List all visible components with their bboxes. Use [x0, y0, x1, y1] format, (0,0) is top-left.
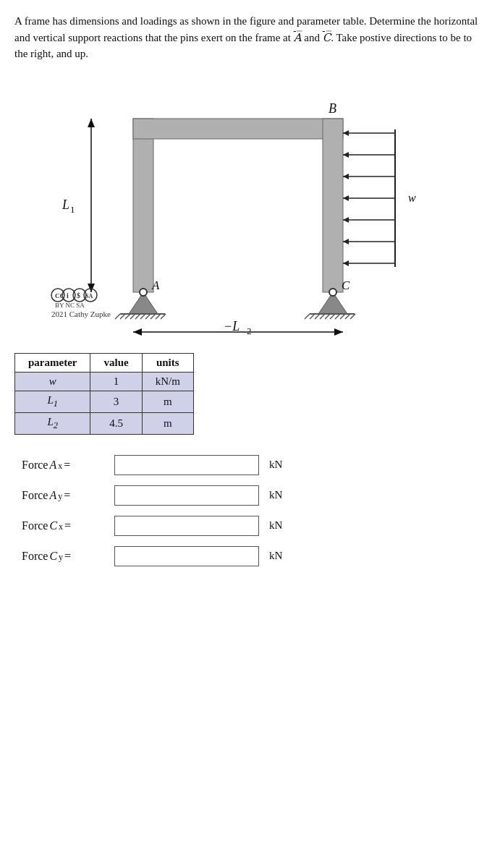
svg-line-25	[340, 314, 345, 319]
svg-line-13	[156, 314, 161, 319]
svg-marker-34	[343, 174, 349, 179]
force-section: Force Ax = kN Force Ay = kN Force Cx = k…	[14, 455, 486, 566]
svg-line-27	[350, 314, 355, 319]
problem-statement: A frame has dimensions and loadings as s…	[14, 13, 486, 62]
force-ax-label: Force Ax =	[22, 459, 109, 472]
point-c-label: C̅	[323, 32, 331, 43]
force-cx-label: Force Cx =	[22, 519, 109, 532]
unit-L1: m	[142, 391, 193, 412]
svg-marker-38	[343, 217, 349, 223]
force-cy-row: Force Cy = kN	[22, 546, 486, 566]
diagram: B w A C L 1 −L 2 CC i $ SA	[48, 75, 453, 343]
license-line: BY NC SA	[55, 302, 85, 309]
svg-line-12	[151, 314, 156, 319]
svg-line-6	[120, 314, 125, 319]
force-cx-unit: kN	[269, 519, 282, 532]
svg-text:SA: SA	[85, 293, 93, 299]
param-L2: L2	[15, 412, 90, 434]
force-cx-input[interactable]	[114, 516, 259, 536]
label-L2-sub: 2	[247, 326, 252, 336]
svg-point-28	[329, 289, 336, 296]
col-header-units: units	[142, 353, 193, 372]
col-header-value: value	[90, 353, 142, 372]
force-cy-input[interactable]	[114, 546, 259, 566]
svg-rect-2	[323, 119, 343, 292]
point-a-label: A̅	[294, 32, 302, 43]
force-ay-label: Force Ay =	[22, 489, 109, 502]
label-w: w	[408, 192, 416, 204]
force-ay-unit: kN	[269, 489, 282, 501]
force-cy-label: Force Cy =	[22, 550, 109, 563]
svg-text:$: $	[77, 292, 80, 299]
force-ax-input[interactable]	[114, 455, 259, 475]
parameter-table: parameter value units w 1 kN/m L1 3 m L2…	[14, 353, 194, 435]
param-w: w	[15, 372, 90, 391]
svg-marker-45	[88, 119, 95, 127]
force-cx-row: Force Cx = kN	[22, 516, 486, 536]
unit-w: kN/m	[142, 372, 193, 391]
svg-rect-0	[133, 119, 153, 292]
force-cy-unit: kN	[269, 550, 282, 562]
svg-line-21	[320, 314, 325, 319]
force-ay-input[interactable]	[114, 485, 259, 506]
label-L1-sub: 1	[70, 204, 75, 215]
label-L1: L	[62, 197, 69, 212]
svg-line-19	[310, 314, 315, 319]
table-row: L1 3 m	[15, 391, 194, 412]
svg-rect-1	[133, 119, 343, 139]
value-L1: 3	[90, 391, 142, 412]
parameter-table-section: parameter value units w 1 kN/m L1 3 m L2…	[14, 353, 486, 435]
table-row: L2 4.5 m	[15, 412, 194, 434]
problem-text-2: and	[302, 32, 323, 43]
svg-marker-42	[343, 260, 349, 266]
value-L2: 4.5	[90, 412, 142, 434]
force-ax-row: Force Ax = kN	[22, 455, 486, 475]
param-L1: L1	[15, 391, 90, 412]
svg-line-26	[345, 314, 350, 319]
svg-marker-36	[343, 195, 349, 201]
svg-line-7	[125, 314, 130, 319]
svg-line-11	[145, 314, 151, 319]
svg-line-14	[161, 314, 166, 319]
label-B: B	[329, 101, 336, 116]
svg-line-8	[130, 314, 135, 319]
svg-text:i: i	[67, 292, 69, 299]
force-ay-row: Force Ay = kN	[22, 485, 486, 506]
unit-L2: m	[142, 412, 193, 434]
label-A: A	[151, 278, 160, 292]
svg-marker-48	[133, 328, 142, 336]
label-L2: −L	[224, 319, 240, 333]
svg-marker-40	[343, 239, 349, 244]
svg-line-10	[140, 314, 145, 319]
svg-line-9	[135, 314, 140, 319]
svg-marker-49	[334, 328, 343, 336]
svg-line-18	[305, 314, 310, 319]
force-ax-unit: kN	[269, 459, 282, 471]
svg-line-5	[115, 314, 120, 319]
diagram-svg: B w A C L 1 −L 2 CC i $ SA	[48, 75, 453, 343]
author-label: 2021 Cathy Zupke	[51, 310, 111, 318]
col-header-parameter: parameter	[15, 353, 90, 372]
label-C: C	[342, 278, 350, 292]
table-row: w 1 kN/m	[15, 372, 194, 391]
svg-point-15	[140, 289, 147, 296]
value-w: 1	[90, 372, 142, 391]
svg-line-23	[330, 314, 335, 319]
svg-line-22	[325, 314, 330, 319]
svg-line-24	[335, 314, 340, 319]
svg-line-20	[315, 314, 320, 319]
svg-marker-30	[343, 130, 349, 136]
svg-marker-32	[343, 152, 349, 158]
svg-marker-46	[88, 284, 95, 292]
